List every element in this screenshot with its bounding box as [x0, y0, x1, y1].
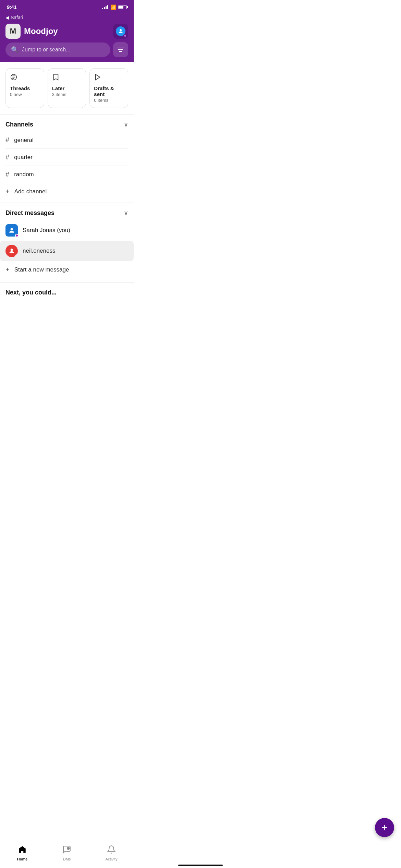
- svg-point-6: [11, 228, 13, 230]
- dm-chevron-icon: ∨: [124, 209, 128, 217]
- channel-item-quarter[interactable]: # quarter: [5, 149, 128, 166]
- add-dm-icon: +: [5, 266, 10, 274]
- later-card[interactable]: Later 3 items: [48, 68, 86, 108]
- hash-icon: #: [5, 153, 9, 161]
- main-content: Threads 0 new Later 3 items Drafts & sen…: [0, 62, 134, 330]
- status-bar: 9:41 📶: [0, 0, 134, 12]
- drafts-icon: [94, 73, 124, 83]
- hash-icon: #: [5, 170, 9, 178]
- svg-point-0: [120, 29, 122, 31]
- safari-back[interactable]: ◀ Safari: [5, 15, 128, 20]
- battery-icon: [118, 5, 127, 9]
- drafts-card[interactable]: Drafts & sent 0 items: [89, 68, 128, 108]
- next-title: Next, you could...: [5, 289, 57, 296]
- wifi-icon: 📶: [110, 4, 116, 10]
- dm-avatar-sarah: [5, 224, 18, 237]
- sarah-status-dot: [15, 234, 19, 237]
- drafts-title: Drafts & sent: [94, 85, 124, 97]
- dm-title: Direct messages: [5, 209, 54, 217]
- quick-cards: Threads 0 new Later 3 items Drafts & sen…: [0, 62, 134, 114]
- channels-section-header[interactable]: Channels ∨: [0, 114, 134, 132]
- brand-name: Moodjoy: [24, 26, 58, 36]
- avatar-status-dot: [123, 34, 127, 37]
- dm-avatar-neil: [5, 245, 18, 257]
- dm-name-neil: neil.oneness: [23, 248, 55, 254]
- dm-item-sarah[interactable]: Sarah Jonas (you): [5, 220, 128, 241]
- threads-icon: [10, 73, 40, 83]
- channel-name-random: random: [14, 171, 34, 178]
- header-top: M Moodjoy: [5, 24, 128, 39]
- neil-status-dot: [15, 254, 18, 257]
- brand: M Moodjoy: [5, 24, 58, 39]
- add-dm-item[interactable]: + Start a new message: [5, 261, 128, 278]
- threads-subtitle: 0 new: [10, 92, 40, 97]
- search-row: 🔍 Jump to or search...: [5, 42, 128, 57]
- later-title: Later: [52, 85, 82, 91]
- search-icon: 🔍: [11, 46, 19, 53]
- brand-logo: M: [5, 24, 21, 39]
- section-divider-next: [0, 281, 134, 281]
- channel-item-random[interactable]: # random: [5, 166, 128, 183]
- channel-list: # general # quarter # random + Add chann…: [0, 132, 134, 200]
- add-channel-icon: +: [5, 188, 10, 195]
- avatar-button[interactable]: [113, 24, 128, 39]
- next-section: Next, you could...: [0, 282, 134, 300]
- status-icons: 📶: [102, 4, 127, 10]
- later-icon: [52, 73, 82, 83]
- svg-marker-5: [96, 74, 100, 80]
- add-channel-label: Add channel: [14, 188, 47, 195]
- search-placeholder: Jump to or search...: [22, 47, 70, 53]
- channel-name-general: general: [14, 137, 34, 144]
- channels-chevron-icon: ∨: [124, 121, 128, 128]
- channel-item-general[interactable]: # general: [5, 132, 128, 149]
- svg-point-7: [11, 249, 13, 251]
- add-channel-item[interactable]: + Add channel: [5, 183, 128, 200]
- signal-icon: [102, 5, 108, 9]
- header: ◀ Safari M Moodjoy 🔍 Jump to or search..…: [0, 12, 134, 62]
- later-subtitle: 3 items: [52, 92, 82, 97]
- threads-card[interactable]: Threads 0 new: [5, 68, 44, 108]
- status-time: 9:41: [7, 4, 16, 10]
- channel-name-quarter: quarter: [14, 154, 33, 161]
- channels-title: Channels: [5, 121, 33, 128]
- dm-section-header[interactable]: Direct messages ∨: [0, 203, 134, 220]
- threads-title: Threads: [10, 85, 40, 91]
- search-bar[interactable]: 🔍 Jump to or search...: [5, 43, 110, 57]
- filter-button[interactable]: [113, 42, 128, 57]
- dm-list: Sarah Jonas (you) neil.oneness + Start a…: [0, 220, 134, 278]
- add-dm-label: Start a new message: [14, 266, 69, 273]
- dm-name-sarah: Sarah Jonas (you): [23, 227, 70, 234]
- drafts-subtitle: 0 items: [94, 98, 124, 103]
- dm-item-neil[interactable]: neil.oneness: [0, 241, 134, 261]
- hash-icon: #: [5, 136, 9, 144]
